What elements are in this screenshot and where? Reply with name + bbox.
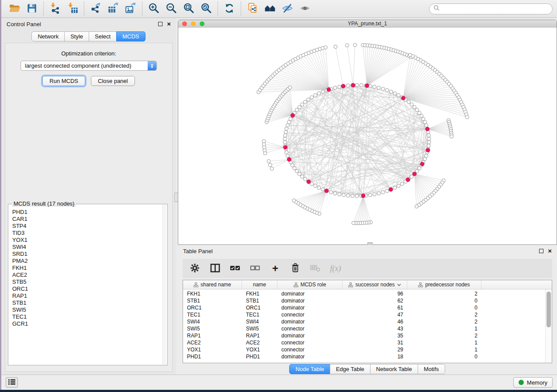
cell-MCDS-role: connector <box>277 340 343 346</box>
table-toolbar: + f(x) <box>183 259 552 278</box>
table-row[interactable]: SWI4SWI4dominator462 <box>183 318 545 325</box>
cell-shared-name: SWI4 <box>183 319 242 325</box>
open-file-button[interactable] <box>6 1 23 16</box>
cell-successor-nodes: 31 <box>343 340 407 346</box>
mcds-node-item[interactable]: PMA2 <box>9 258 163 265</box>
control-panel-title: Control Panel <box>7 21 41 28</box>
zoom-fit-button[interactable] <box>180 1 197 16</box>
cell-shared-name: STB1 <box>183 298 242 304</box>
mcds-node-item[interactable]: FKH1 <box>9 265 163 272</box>
gear-icon <box>190 263 200 274</box>
mcds-node-item[interactable]: STB5 <box>9 279 163 285</box>
network-canvas[interactable] <box>178 28 557 244</box>
table-row[interactable]: STB1STB1dominator620 <box>183 297 545 304</box>
float-panel-icon[interactable] <box>158 22 163 26</box>
zoom-out-button[interactable] <box>163 1 180 16</box>
mcds-node-item[interactable]: STB1 <box>9 299 163 306</box>
mac-minimize-button[interactable] <box>191 21 196 26</box>
table-row[interactable]: TEC1TEC1connector472 <box>183 311 545 318</box>
mcds-node-item[interactable]: SWI5 <box>9 306 163 313</box>
column-header-predecessor-nodes[interactable]: predecessor nodes <box>407 280 481 289</box>
mcds-node-item[interactable]: SWI4 <box>9 244 163 251</box>
mcds-node-item[interactable]: ORC1 <box>9 285 163 292</box>
table-row[interactable]: ACE2ACE2connector311 <box>183 339 545 346</box>
export-table-button[interactable] <box>104 1 122 16</box>
search-input[interactable] <box>443 6 548 12</box>
tab-motifs[interactable]: Motifs <box>418 364 445 374</box>
column-header-MCDS-role[interactable]: MCDS role <box>277 280 343 289</box>
list-icon <box>8 379 15 386</box>
cell-MCDS-role: dominator <box>277 298 343 304</box>
control-panel-tabs: NetworkStyleSelectMCDS <box>1 31 176 41</box>
table-scrollbar[interactable] <box>545 289 552 363</box>
import-table-button[interactable] <box>64 1 81 16</box>
table-row[interactable]: SWI5SWI5connector431 <box>183 325 545 332</box>
mcds-node-item[interactable]: TEC1 <box>9 313 163 320</box>
column-header-shared-name[interactable]: shared name <box>183 280 242 289</box>
criterion-dropdown[interactable]: largest connected component (undirected) <box>21 61 157 71</box>
duplicate-network-button[interactable] <box>244 1 261 16</box>
apply-function-button[interactable]: f(x) <box>330 263 341 274</box>
mcds-node-item[interactable]: ACE2 <box>9 272 163 279</box>
column-header-successor-nodes[interactable]: successor nodes <box>343 280 407 289</box>
memory-button[interactable]: Memory <box>513 377 553 388</box>
mcds-node-item[interactable]: YOX1 <box>9 237 163 244</box>
tab-style[interactable]: Style <box>64 31 89 41</box>
column-header-filler <box>481 280 552 289</box>
deselect-all-rows-button[interactable] <box>249 263 261 274</box>
mcds-node-item[interactable]: RAP1 <box>9 292 163 299</box>
tab-select[interactable]: Select <box>89 31 117 41</box>
mcds-node-item[interactable]: STP4 <box>9 223 163 230</box>
zoom-selected-button[interactable] <box>197 1 215 16</box>
cell-successor-nodes: 62 <box>343 298 407 304</box>
refresh-button[interactable] <box>221 1 238 16</box>
mcds-node-item[interactable]: SRD1 <box>9 251 163 258</box>
optimization-criterion-label: Optimization criterion: <box>5 50 172 57</box>
hide-selected-button[interactable] <box>279 1 296 16</box>
close-panel-button[interactable]: Close panel <box>91 76 135 86</box>
desktop-background <box>0 390 557 392</box>
export-image-button[interactable] <box>122 1 139 16</box>
delete-table-button[interactable] <box>310 263 321 274</box>
close-panel-icon[interactable]: × <box>548 249 552 253</box>
first-neighbors-button[interactable] <box>261 1 279 16</box>
table-row[interactable]: YOX1YOX1connector291 <box>183 346 545 353</box>
mcds-list-scrollbar[interactable] <box>163 205 167 364</box>
show-columns-button[interactable] <box>209 263 221 274</box>
mac-zoom-button[interactable] <box>200 21 204 26</box>
select-all-rows-button[interactable] <box>229 263 241 274</box>
tab-network-table[interactable]: Network Table <box>370 364 418 374</box>
run-mcds-button[interactable]: Run MCDS <box>42 76 85 86</box>
mcds-node-item[interactable]: PHD1 <box>9 209 163 216</box>
zoom-in-button[interactable] <box>145 1 163 16</box>
save-session-button[interactable] <box>23 1 41 16</box>
mcds-node-item[interactable]: GCR1 <box>9 320 163 327</box>
table-row[interactable]: FKH1FKH1dominator962 <box>183 290 545 297</box>
show-panels-button[interactable] <box>6 377 18 388</box>
table-row[interactable]: PHD1PHD1dominator180 <box>183 353 545 360</box>
duplicate-network-icon <box>247 2 259 15</box>
export-table-icon <box>107 2 119 15</box>
float-panel-icon[interactable] <box>539 249 543 253</box>
network-window-titlebar[interactable]: YPA_prune.txt_1 <box>178 20 557 28</box>
table-row[interactable]: RAP1RAP1dominator352 <box>183 332 545 339</box>
close-panel-icon[interactable]: × <box>167 22 171 26</box>
cell-MCDS-role: connector <box>277 347 343 353</box>
tab-network[interactable]: Network <box>31 31 65 41</box>
table-settings-button[interactable] <box>189 263 201 274</box>
column-header-name[interactable]: name <box>242 280 277 289</box>
delete-column-button[interactable] <box>290 263 301 274</box>
mcds-node-item[interactable]: CAR1 <box>9 216 163 223</box>
table-row[interactable]: ORC1ORC1dominator610 <box>183 304 545 311</box>
tab-edge-table[interactable]: Edge Table <box>330 364 370 374</box>
mcds-node-item[interactable]: TID3 <box>9 230 163 237</box>
criterion-selected-value: largest connected component (undirected) <box>21 62 148 69</box>
table-scrollbar-thumb[interactable] <box>547 292 551 327</box>
show-all-button[interactable] <box>296 1 314 16</box>
tab-mcds[interactable]: MCDS <box>116 31 145 41</box>
import-network-button[interactable] <box>46 1 64 16</box>
mac-close-button[interactable] <box>182 21 187 26</box>
export-network-button[interactable] <box>87 1 104 16</box>
tab-node-table[interactable]: Node Table <box>289 364 330 374</box>
add-column-button[interactable]: + <box>270 263 281 274</box>
